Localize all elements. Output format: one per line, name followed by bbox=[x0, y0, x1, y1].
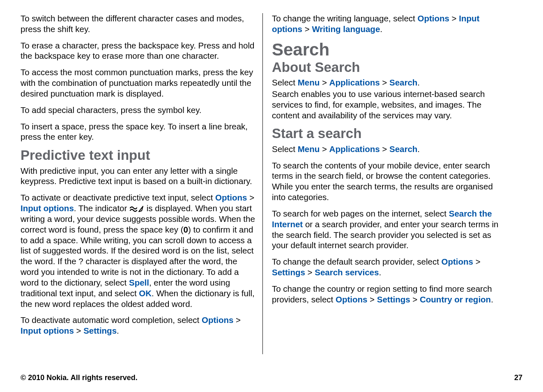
left-column: To switch between the different characte… bbox=[21, 13, 263, 354]
breadcrumb-separator: > bbox=[74, 326, 83, 335]
key-zero: 0 bbox=[184, 225, 188, 234]
heading-about-search: About Search bbox=[272, 60, 505, 75]
body-text: To add special characters, press the sym… bbox=[21, 105, 257, 115]
body-text: To change the writing language, select O… bbox=[272, 13, 505, 35]
breadcrumb-separator: > bbox=[473, 257, 481, 266]
link-settings[interactable]: Settings bbox=[83, 326, 117, 335]
link-writing-language[interactable]: Writing language bbox=[312, 24, 380, 34]
text-fragment: . bbox=[380, 24, 382, 34]
text-fragment: . The indicator bbox=[74, 203, 129, 213]
text-fragment: To activate or deactivate predictive tex… bbox=[21, 193, 215, 202]
breadcrumb-separator: > bbox=[367, 295, 377, 304]
body-text: To access the most common punctuation ma… bbox=[21, 67, 257, 99]
link-options[interactable]: Options bbox=[442, 257, 473, 266]
body-text: Select Menu > Applications > Search. bbox=[272, 144, 505, 154]
link-options[interactable]: Options bbox=[215, 193, 247, 202]
body-text: Search enables you to use various intern… bbox=[272, 89, 505, 120]
body-text: To switch between the different characte… bbox=[21, 13, 257, 35]
right-column: To change the writing language, select O… bbox=[263, 13, 505, 354]
breadcrumb-separator: > bbox=[305, 267, 315, 277]
link-menu[interactable]: Menu bbox=[298, 144, 320, 154]
text-fragment: To change the writing language, select bbox=[272, 14, 417, 23]
body-text: To search for web pages on the internet,… bbox=[272, 208, 505, 251]
text-fragment: Select bbox=[272, 144, 298, 154]
text-fragment: To change the default search provider, s… bbox=[272, 257, 442, 266]
text-fragment: . bbox=[491, 295, 493, 304]
breadcrumb-separator: > bbox=[380, 78, 389, 87]
text-fragment: . bbox=[117, 326, 119, 335]
link-input-options[interactable]: Input options bbox=[21, 326, 74, 335]
breadcrumb-separator: > bbox=[410, 295, 420, 304]
text-fragment: or a search provider, and enter your sea… bbox=[272, 219, 498, 250]
heading-start-a-search: Start a search bbox=[272, 126, 505, 141]
breadcrumb-separator: > bbox=[302, 24, 312, 34]
link-ok[interactable]: OK bbox=[139, 288, 152, 298]
link-spell[interactable]: Spell bbox=[129, 278, 149, 287]
body-text: With predictive input, you can enter any… bbox=[21, 166, 257, 187]
link-country-or-region[interactable]: Country or region bbox=[420, 295, 491, 304]
breadcrumb-separator: > bbox=[320, 78, 329, 87]
body-text: To activate or deactivate predictive tex… bbox=[21, 192, 257, 309]
breadcrumb-separator: > bbox=[380, 144, 389, 154]
text-fragment: . bbox=[417, 78, 420, 87]
link-options[interactable]: Options bbox=[202, 315, 233, 325]
body-text: To insert a space, press the space key. … bbox=[21, 121, 257, 143]
body-text: To deactivate automatic word completion,… bbox=[21, 315, 257, 336]
link-applications[interactable]: Applications bbox=[329, 78, 380, 87]
breadcrumb-separator: > bbox=[233, 315, 241, 325]
link-applications[interactable]: Applications bbox=[329, 144, 380, 154]
link-search[interactable]: Search bbox=[389, 78, 417, 87]
link-options[interactable]: Options bbox=[336, 295, 367, 304]
link-options[interactable]: Options bbox=[417, 14, 449, 23]
breadcrumb-separator: > bbox=[247, 193, 254, 202]
predictive-text-icon bbox=[129, 205, 144, 212]
body-text: To search the contents of your mobile de… bbox=[272, 160, 505, 203]
body-text: Select Menu > Applications > Search. bbox=[272, 77, 505, 88]
breadcrumb-separator: > bbox=[320, 144, 329, 154]
breadcrumb-separator: > bbox=[449, 14, 459, 23]
text-fragment: Select bbox=[272, 78, 298, 87]
link-menu[interactable]: Menu bbox=[298, 78, 320, 87]
link-search[interactable]: Search bbox=[389, 144, 417, 154]
text-fragment: . bbox=[417, 144, 420, 154]
copyright-text: © 2010 Nokia. All rights reserved. bbox=[21, 374, 138, 382]
body-text: To change the default search provider, s… bbox=[272, 256, 505, 278]
page-number: 27 bbox=[514, 374, 522, 382]
body-text: To change the country or region setting … bbox=[272, 284, 505, 305]
link-input-options[interactable]: Input options bbox=[21, 203, 74, 213]
text-fragment: . bbox=[379, 267, 381, 277]
link-settings[interactable]: Settings bbox=[272, 267, 305, 277]
body-text: To erase a character, press the backspac… bbox=[21, 40, 257, 62]
heading-search: Search bbox=[272, 40, 505, 59]
text-fragment: To search for web pages on the internet,… bbox=[272, 209, 449, 218]
link-settings[interactable]: Settings bbox=[377, 295, 410, 304]
heading-predictive-text-input: Predictive text input bbox=[21, 148, 257, 163]
page-footer: © 2010 Nokia. All rights reserved. 27 bbox=[21, 374, 522, 382]
text-fragment: To deactivate automatic word completion,… bbox=[21, 315, 202, 325]
link-search-services[interactable]: Search services bbox=[315, 267, 379, 277]
